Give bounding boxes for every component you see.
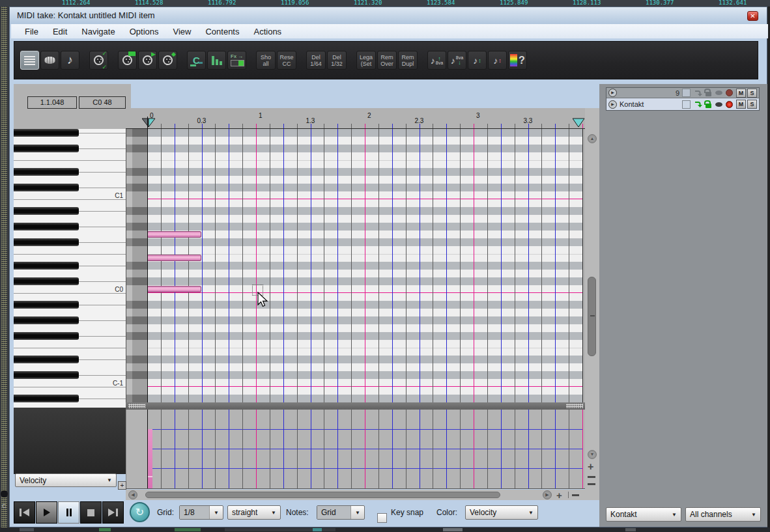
black-key-F#0[interactable] [14, 238, 79, 246]
cc-lane-selector-dropdown[interactable]: Velocity▼ [15, 473, 117, 487]
note-octave-down-button[interactable]: ♪8va↓ [448, 51, 466, 70]
grid-size-dropdown[interactable]: 1/8▼ [179, 505, 223, 520]
black-key-D#-1[interactable] [14, 356, 79, 363]
expand-icon[interactable]: ▶ [608, 100, 617, 109]
scroll-down-button[interactable]: ▼ [588, 450, 597, 459]
splitter-handle-icon[interactable] [128, 404, 145, 408]
note-octave-up-button[interactable]: ♪↑8va [427, 51, 446, 70]
midi-filter-button[interactable]: ✓✓ [89, 51, 108, 70]
loop-end-marker[interactable] [573, 118, 586, 128]
midi-note-G0[interactable] [147, 231, 201, 238]
notation-view-button[interactable]: ♪ [61, 51, 79, 70]
black-key-G#-1[interactable] [14, 316, 79, 324]
menu-contents[interactable]: Contents [198, 25, 246, 38]
note-semitone-updown-button[interactable]: ♪↕ [468, 51, 487, 70]
black-key-D#0[interactable] [14, 262, 79, 270]
lane-splitter[interactable] [126, 402, 585, 410]
color-mode-dropdown[interactable]: Velocity▼ [465, 505, 538, 520]
record-arm-icon[interactable] [724, 100, 734, 109]
timeline-ruler[interactable]: 01230.31.32.33.3 [126, 108, 585, 129]
midi-tool-play-button[interactable]: ▶ [138, 51, 157, 70]
note-position-field[interactable]: C0 48 [79, 96, 126, 109]
scroll-left-button[interactable]: ◀ [128, 490, 137, 499]
close-button[interactable]: ✕ [747, 11, 758, 21]
show-all-button[interactable]: Shoall [256, 51, 276, 70]
menu-navigate[interactable]: Navigate [74, 25, 122, 38]
piano-keyboard[interactable]: C1C0C-1 [14, 129, 126, 414]
black-key-G#1[interactable] [14, 129, 79, 137]
horizontal-scrollbar[interactable]: ◀ ▶ + [126, 490, 599, 500]
channel-filter-dropdown[interactable]: All channels▼ [685, 507, 761, 522]
hzoom-in-button[interactable]: + [556, 490, 562, 501]
delete-1-64-button[interactable]: Del1/64 [306, 51, 326, 70]
menu-file[interactable]: File [18, 25, 46, 38]
horizontal-scroll-thumb[interactable] [145, 492, 500, 498]
loop-start-marker[interactable] [142, 118, 156, 128]
black-key-A#-2[interactable] [14, 395, 79, 402]
menu-actions[interactable]: Actions [246, 25, 289, 38]
scroll-right-button[interactable]: ▶ [543, 490, 552, 499]
repeat-button[interactable]: ↻ [130, 502, 150, 522]
hzoom-out-button[interactable] [572, 494, 579, 496]
black-key-C#0[interactable] [14, 277, 79, 285]
track-checkbox[interactable] [682, 100, 691, 109]
solo-all-button[interactable]: S [747, 89, 757, 98]
mute-all-button[interactable]: M [736, 89, 746, 98]
menu-view[interactable]: View [165, 25, 198, 38]
menu-options[interactable]: Options [122, 25, 166, 38]
expand-icon[interactable]: ▶ [608, 89, 617, 97]
lock-all-icon[interactable] [704, 89, 713, 98]
help-button[interactable]: ? [508, 51, 527, 70]
solo-button[interactable]: S [747, 100, 757, 109]
midi-tool-diamond-button[interactable]: ◆ [158, 51, 177, 70]
velocity-bars-button[interactable] [207, 51, 226, 70]
vertical-scrollbar[interactable]: ▲ ▼ + [585, 108, 599, 500]
black-key-F#-1[interactable] [14, 332, 79, 340]
fx-insert-button[interactable]: Fx → [227, 51, 246, 70]
menu-edit[interactable]: Edit [46, 25, 74, 38]
splitter-handle-icon[interactable] [566, 404, 583, 408]
drum-editor-button[interactable] [40, 51, 59, 70]
go-to-end-button[interactable] [102, 501, 124, 524]
record-arm-input-icon[interactable] [693, 100, 703, 109]
delete-1-32-button[interactable]: Del1/32 [327, 51, 347, 70]
visibility-all-icon[interactable] [714, 89, 724, 98]
midi-tool-rect-button[interactable] [118, 51, 137, 70]
stop-button[interactable] [80, 501, 102, 524]
legato-set-button[interactable]: Lega(Set [356, 51, 376, 70]
key-snap-checkbox[interactable] [377, 513, 387, 523]
black-key-A#0[interactable] [14, 207, 79, 215]
record-all-icon[interactable] [724, 89, 734, 98]
black-key-C#-1[interactable] [14, 371, 79, 379]
unlock-icon[interactable] [704, 100, 713, 109]
play-button[interactable] [36, 501, 57, 524]
vzoom-out-button[interactable] [588, 476, 595, 478]
go-to-start-button[interactable] [14, 501, 35, 524]
reset-cc-button[interactable]: ReseCC [277, 51, 296, 70]
track-select-dropdown[interactable]: Kontakt▼ [606, 507, 681, 522]
black-key-D#1[interactable] [14, 168, 79, 176]
velocity-lane[interactable] [126, 410, 585, 489]
vzoom-in-button[interactable]: + [588, 461, 593, 473]
remove-overlaps-button[interactable]: RemOver [377, 51, 397, 70]
header-checkbox[interactable] [682, 89, 691, 97]
record-arm-all-icon[interactable] [693, 89, 703, 98]
track-row-kontakt[interactable]: ▶ Kontakt M S [606, 98, 759, 110]
time-position-field[interactable]: 1.1.048 [27, 96, 77, 109]
midi-note-C0[interactable] [147, 286, 201, 292]
cc-lane-button[interactable]: C [187, 51, 206, 70]
add-cc-lane-button[interactable]: + [118, 481, 126, 490]
notes-dropdown[interactable]: Grid▼ [317, 505, 365, 520]
velocity-bar-C0[interactable] [148, 429, 152, 489]
black-key-G#0[interactable] [14, 223, 79, 231]
window-titlebar[interactable]: MIDI take: Kontakt untitled MIDI item ✕ [10, 7, 767, 24]
note-grid[interactable] [126, 129, 585, 402]
vzoom-out-button-2[interactable] [588, 483, 595, 485]
black-key-F#1[interactable] [14, 145, 79, 152]
mute-button[interactable]: M [736, 100, 746, 109]
black-key-C#1[interactable] [14, 184, 79, 191]
grid-swing-dropdown[interactable]: straight▼ [227, 505, 281, 520]
visibility-icon[interactable] [714, 100, 724, 109]
scroll-up-button[interactable]: ▲ [588, 134, 597, 143]
note-updown-red-button[interactable]: ♪↕ [488, 51, 507, 70]
